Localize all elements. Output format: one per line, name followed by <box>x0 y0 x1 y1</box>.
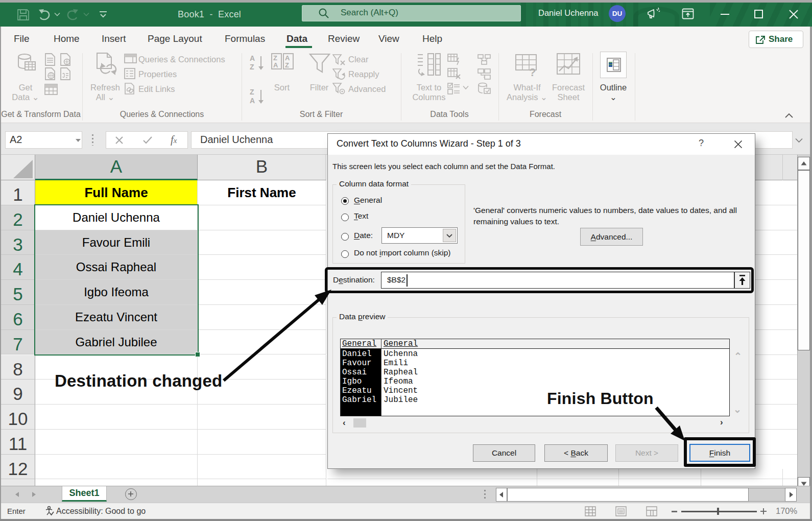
svg-text:Z: Z <box>250 88 254 96</box>
svg-text:Z: Z <box>285 61 289 69</box>
svg-text:A: A <box>285 54 290 62</box>
svg-text:A: A <box>250 54 255 62</box>
svg-text:A: A <box>273 61 278 69</box>
svg-text:Z: Z <box>273 54 277 62</box>
svg-text:A: A <box>250 97 255 105</box>
svg-text:Z: Z <box>250 63 254 71</box>
svg-text:?: ? <box>529 66 536 77</box>
